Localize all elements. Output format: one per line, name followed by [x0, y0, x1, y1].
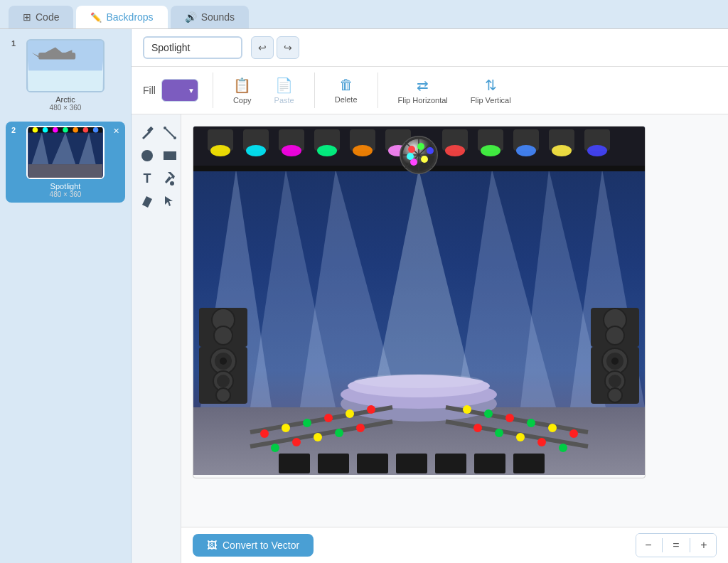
backdrop-item-arctic[interactable]: 1 Arctic 480 × 360 — [6, 35, 125, 116]
tools-panel: T — [132, 114, 181, 563]
svg-rect-134 — [513, 454, 545, 473]
text-icon: T — [144, 171, 151, 186]
svg-point-112 — [314, 433, 322, 441]
svg-point-51 — [353, 145, 373, 156]
svg-point-65 — [421, 156, 428, 163]
fill-color-swatch[interactable]: ▼ — [161, 79, 198, 102]
svg-point-16 — [63, 127, 68, 133]
svg-point-125 — [516, 433, 525, 441]
tab-backdrops-label: Backdrops — [106, 11, 153, 23]
svg-point-122 — [463, 405, 471, 414]
undo-btn[interactable]: ↩ — [251, 36, 274, 59]
zoom-reset-btn[interactable]: = — [664, 534, 688, 557]
tab-backdrops[interactable]: ✏️ Backdrops — [76, 6, 167, 28]
toolbar-actions: Fill ▼ 📋 Copy 📄 Paste 🗑 Delete ⇄ — [132, 67, 728, 114]
line-icon — [162, 125, 178, 141]
svg-point-113 — [335, 429, 343, 437]
svg-point-104 — [260, 429, 269, 438]
svg-point-117 — [569, 429, 578, 438]
svg-point-124 — [537, 438, 546, 446]
svg-point-45 — [246, 145, 266, 156]
paste-label: Paste — [274, 96, 294, 104]
paste-btn[interactable]: 📄 Paste — [269, 74, 300, 107]
svg-point-19 — [93, 127, 99, 133]
svg-point-77 — [587, 145, 607, 156]
svg-point-18 — [83, 127, 89, 133]
svg-point-106 — [303, 419, 311, 427]
copy-btn[interactable]: 📋 Copy — [228, 74, 257, 107]
tool-eraser[interactable] — [137, 191, 157, 211]
toolbar-top: ↩ ↪ — [132, 29, 728, 67]
svg-rect-128 — [279, 454, 310, 473]
svg-point-110 — [271, 444, 279, 452]
divider-1 — [213, 73, 213, 108]
backdrop-index-1: 1 — [11, 39, 16, 48]
svg-point-43 — [210, 145, 230, 156]
svg-point-95 — [611, 358, 619, 365]
zoom-in-btn[interactable]: + — [692, 534, 716, 557]
tool-brush[interactable] — [137, 123, 157, 143]
redo-btn[interactable]: ↪ — [277, 36, 299, 59]
arctic-scene-svg — [28, 41, 103, 91]
tool-line[interactable] — [160, 123, 180, 143]
backdrop-dims-spotlight: 480 × 360 — [50, 191, 82, 198]
zoom-reset-icon: = — [673, 539, 679, 552]
convert-vector-btn[interactable]: 🖼 Convert to Vector — [193, 534, 314, 557]
circle-icon — [139, 148, 155, 163]
svg-rect-130 — [357, 454, 388, 473]
brush-tab-icon: ✏️ — [90, 12, 102, 23]
svg-point-105 — [282, 424, 290, 432]
svg-point-121 — [484, 409, 493, 418]
tool-fill[interactable] — [160, 168, 180, 188]
spotlight-canvas-svg — [193, 127, 645, 475]
flip-h-icon: ⇄ — [417, 77, 429, 94]
convert-label: Convert to Vector — [223, 540, 299, 551]
svg-point-120 — [505, 414, 514, 422]
canvas-image — [193, 126, 646, 478]
tab-code-label: Code — [36, 11, 59, 23]
tool-select[interactable] — [160, 191, 180, 211]
tab-sounds[interactable]: 🔊 Sounds — [171, 6, 249, 28]
svg-rect-25 — [164, 151, 176, 160]
svg-point-98 — [608, 388, 622, 402]
svg-rect-20 — [147, 127, 154, 133]
editor-panel: ↩ ↪ Fill ▼ 📋 Copy 📄 Paste — [132, 29, 728, 563]
arctic-bg — [28, 41, 103, 91]
divider-2 — [314, 73, 315, 108]
delete-btn[interactable]: 🗑 Delete — [329, 74, 363, 107]
delete-backdrop-btn[interactable]: ✕ — [109, 124, 122, 137]
svg-point-13 — [33, 127, 38, 133]
svg-rect-132 — [435, 454, 466, 473]
code-icon: ⊞ — [23, 11, 31, 23]
svg-point-24 — [141, 150, 153, 161]
backdrop-name-input[interactable] — [143, 36, 242, 59]
brush-icon — [139, 125, 155, 141]
delete-icon: 🗑 — [339, 77, 353, 93]
svg-point-119 — [527, 419, 535, 427]
fill-label: Fill — [143, 85, 156, 96]
svg-point-111 — [292, 438, 301, 446]
svg-point-127 — [473, 424, 482, 432]
svg-point-73 — [516, 145, 536, 156]
zoom-out-btn[interactable]: − — [636, 534, 660, 557]
tool-rectangle[interactable] — [160, 146, 180, 166]
flip-h-btn[interactable]: ⇄ Flip Horizontal — [392, 74, 454, 107]
flip-v-btn[interactable]: ⇅ Flip Vertical — [465, 74, 517, 107]
svg-point-87 — [217, 375, 230, 387]
spotlight-scene-svg — [28, 127, 103, 178]
zoom-controls: − = + — [636, 533, 717, 557]
svg-marker-2 — [28, 71, 102, 91]
fill-tool-icon — [162, 171, 178, 186]
backdrops-sidebar: 1 Arctic 480 × 360 — [0, 29, 132, 563]
tool-circle[interactable] — [137, 146, 157, 166]
tab-code[interactable]: ⊞ Code — [9, 6, 73, 28]
undo-redo-group: ↩ ↪ — [251, 36, 299, 59]
canvas-area: 🖼 Convert to Vector − = + — [181, 114, 728, 563]
svg-point-17 — [73, 127, 78, 133]
sound-tab-icon: 🔊 — [185, 11, 197, 23]
svg-point-15 — [53, 127, 58, 133]
backdrop-item-spotlight[interactable]: 2 ✕ — [6, 122, 125, 203]
canvas-wrapper[interactable] — [181, 114, 728, 527]
arctic-thumbnail — [26, 39, 105, 92]
tool-text[interactable]: T — [137, 168, 157, 188]
